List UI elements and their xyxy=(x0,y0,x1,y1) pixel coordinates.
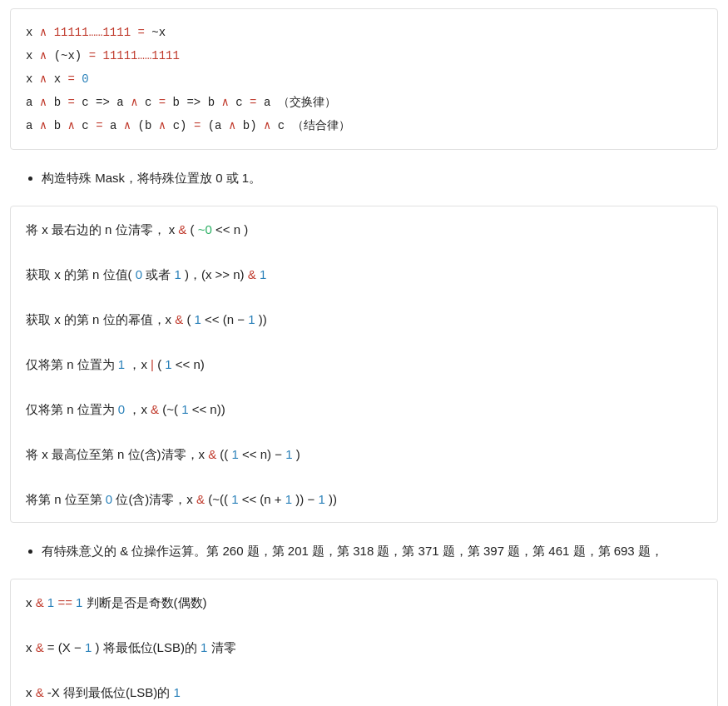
xor-rules-code: x ∧ 11111……1111 = ~x x ∧ (~x) = 11111……1… xyxy=(26,21,702,137)
mask-line-5: 仅将第 n 位置为 0 ，x & (~( 1 << n)) xyxy=(26,398,702,420)
xor-line-2: x ∧ (~x) = 11111……1111 xyxy=(26,44,702,67)
xor-rules-section: x ∧ 11111……1111 = ~x x ∧ (~x) = 11111……1… xyxy=(10,8,718,150)
mask-line-3: 获取 x 的第 n 位的幂值，x & ( 1 << (n − 1 )) xyxy=(26,308,702,331)
lsb-line-1: x & 1 == 1 判断是否是奇数(偶数) xyxy=(26,591,702,614)
xor-line-3: x ∧ x = 0 xyxy=(26,67,702,91)
lsb-line-2: x & = (X − 1 ) 将最低位(LSB)的 1 清零 xyxy=(26,636,702,659)
bullet1-text: 构造特殊 Mask，将特殊位置放 0 或 1。 xyxy=(42,171,261,185)
lsb-ops-section: x & 1 == 1 判断是否是奇数(偶数) x & = (X − 1 ) 将最… xyxy=(10,579,718,706)
xor-line-4: a ∧ b = c => a ∧ c = b => b ∧ c = a （交换律… xyxy=(26,91,702,114)
mask-line-2: 获取 x 的第 n 位值( 0 或者 1 )，(x >> n) & 1 xyxy=(26,263,702,286)
bullet2-section: 有特殊意义的 & 位操作运算。第 260 题，第 201 题，第 318 题，第… xyxy=(10,531,718,570)
mask-line-7: 将第 n 位至第 0 位(含)清零，x & (~(( 1 << (n + 1 )… xyxy=(26,488,702,510)
xor-line-5: a ∧ b ∧ c = a ∧ (b ∧ c) = (a ∧ b) ∧ c （结… xyxy=(26,114,702,137)
lsb-line-3: x & -X 得到最低位(LSB)的 1 xyxy=(26,681,702,704)
mask-line-6: 将 x 最高位至第 n 位(含)清零，x & (( 1 << n) − 1 ) xyxy=(26,443,702,465)
mask-ops-section: 将 x 最右边的 n 位清零， x & ( ~0 << n ) 获取 x 的第 … xyxy=(10,206,718,523)
bullet2-item: 有特殊意义的 & 位操作运算。第 260 题，第 201 题，第 318 题，第… xyxy=(42,539,703,562)
mask-line-1: 将 x 最右边的 n 位清零， x & ( ~0 << n ) xyxy=(26,218,702,241)
bullet2-text: 有特殊意义的 & 位操作运算。第 260 题，第 201 题，第 318 题，第… xyxy=(42,544,663,558)
bullet1-section: 构造特殊 Mask，将特殊位置放 0 或 1。 xyxy=(10,158,718,197)
xor-line-1: x ∧ 11111……1111 = ~x xyxy=(26,21,702,44)
bullet1-item: 构造特殊 Mask，将特殊位置放 0 或 1。 xyxy=(42,167,703,189)
mask-line-4: 仅将第 n 位置为 1 ，x | ( 1 << n) xyxy=(26,353,702,375)
